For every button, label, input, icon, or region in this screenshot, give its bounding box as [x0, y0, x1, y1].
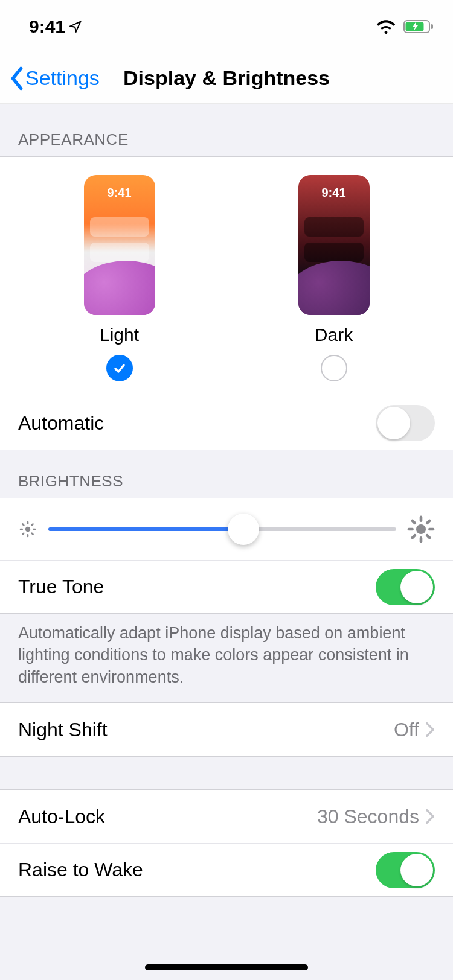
light-preview: 9:41 [84, 175, 155, 315]
chevron-right-icon [425, 809, 435, 824]
appearance-header: APPEARANCE [0, 104, 453, 156]
svg-point-12 [416, 524, 426, 534]
auto-lock-row[interactable]: Auto-Lock 30 Seconds [0, 790, 453, 843]
appearance-option-dark[interactable]: 9:41 Dark [298, 175, 370, 381]
appearance-group: 9:41 Light 9:41 Dark Auto [0, 156, 453, 450]
svg-line-11 [32, 524, 33, 525]
checkmark-icon [112, 361, 127, 375]
battery-icon [403, 19, 435, 34]
light-label: Light [100, 325, 139, 345]
sun-min-icon [18, 520, 37, 539]
night-shift-label: Night Shift [18, 719, 108, 741]
wifi-icon [376, 19, 396, 34]
dark-preview: 9:41 [298, 175, 370, 315]
dark-radio[interactable] [321, 355, 347, 381]
preview-time: 9:41 [84, 175, 155, 200]
brightness-slider[interactable] [48, 527, 396, 531]
svg-line-8 [22, 524, 24, 525]
true-tone-toggle[interactable] [376, 569, 435, 605]
status-bar: 9:41 [0, 0, 453, 53]
brightness-slider-row [0, 498, 453, 560]
svg-line-17 [413, 521, 415, 523]
automatic-row: Automatic [0, 396, 453, 450]
home-indicator [145, 964, 308, 970]
night-shift-value: Off [394, 719, 419, 741]
true-tone-row: True Tone [0, 560, 453, 613]
svg-point-3 [25, 527, 31, 532]
night-shift-row[interactable]: Night Shift Off [0, 703, 453, 756]
svg-line-9 [32, 533, 33, 535]
svg-line-20 [427, 521, 429, 523]
svg-line-10 [22, 533, 24, 535]
svg-line-18 [427, 535, 429, 538]
brightness-group: True Tone [0, 498, 453, 614]
raise-to-wake-toggle[interactable] [376, 852, 435, 888]
raise-to-wake-row: Raise to Wake [0, 843, 453, 896]
svg-line-19 [413, 535, 415, 538]
brightness-header: BRIGHTNESS [0, 450, 453, 498]
preview-time: 9:41 [298, 175, 370, 200]
lock-group: Auto-Lock 30 Seconds Raise to Wake [0, 789, 453, 897]
light-radio[interactable] [106, 355, 133, 381]
true-tone-footer: Automatically adapt iPhone display based… [0, 614, 453, 702]
status-time: 9:41 [29, 16, 82, 37]
brightness-slider-thumb[interactable] [228, 514, 259, 545]
raise-to-wake-label: Raise to Wake [18, 859, 143, 881]
automatic-label: Automatic [18, 412, 104, 434]
sun-max-icon [407, 515, 435, 543]
automatic-toggle[interactable] [376, 405, 435, 441]
back-label: Settings [25, 66, 100, 90]
back-button[interactable]: Settings [8, 66, 100, 91]
auto-lock-label: Auto-Lock [18, 806, 105, 828]
page-title: Display & Brightness [123, 66, 330, 90]
location-icon [69, 20, 82, 33]
night-shift-group: Night Shift Off [0, 702, 453, 757]
true-tone-label: True Tone [18, 576, 104, 598]
status-time-text: 9:41 [29, 16, 65, 37]
auto-lock-value: 30 Seconds [317, 806, 419, 828]
dark-label: Dark [315, 325, 353, 345]
chevron-right-icon [425, 722, 435, 737]
appearance-option-light[interactable]: 9:41 Light [84, 175, 155, 381]
nav-bar: Settings Display & Brightness [0, 53, 453, 104]
chevron-left-icon [8, 66, 25, 91]
svg-rect-2 [431, 24, 433, 29]
